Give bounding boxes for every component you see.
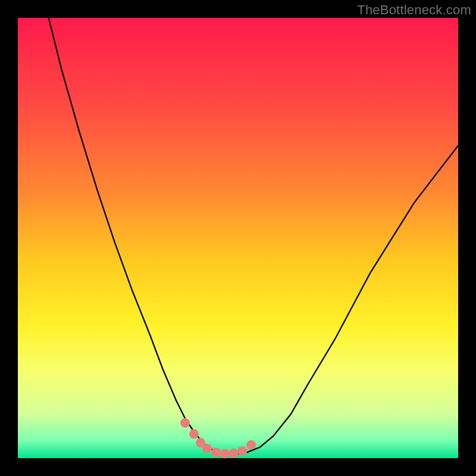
highlight-marker (246, 440, 256, 450)
chart-frame: TheBottleneck.com (0, 0, 476, 476)
highlight-marker (189, 429, 199, 439)
highlight-marker (202, 444, 212, 453)
highlight-marker (180, 418, 190, 428)
watermark-text: TheBottleneck.com (357, 2, 471, 18)
chart-svg (0, 0, 476, 476)
highlight-marker (220, 449, 230, 459)
highlight-marker (211, 447, 221, 457)
highlight-marker (237, 446, 247, 456)
highlight-marker (229, 449, 239, 458)
